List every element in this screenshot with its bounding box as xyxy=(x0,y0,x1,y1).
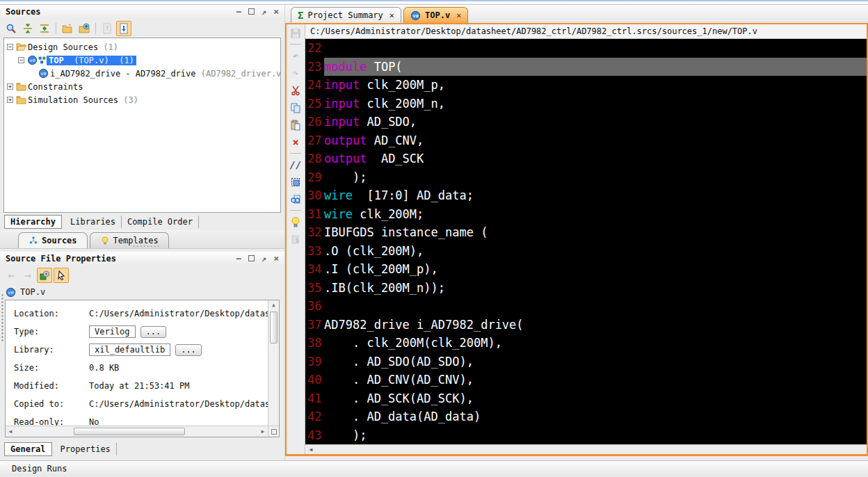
property-label: Location: xyxy=(14,309,89,318)
scroll-left-icon[interactable]: ◀ xyxy=(6,428,15,435)
below-editor-gap xyxy=(285,456,868,460)
properties-horizontal-scrollbar[interactable]: ◀ ▶ xyxy=(6,426,268,437)
editor-tab-project-summary[interactable]: ΣProject Summary✕ xyxy=(291,7,401,23)
tree-item[interactable]: −veTOP (TOP.v) (1) xyxy=(6,54,279,67)
code-text: output AD_CNV, xyxy=(324,131,867,150)
property-value-input[interactable]: xil_defaultlib xyxy=(89,343,170,356)
scrollbar-thumb[interactable] xyxy=(74,428,186,435)
save-button[interactable] xyxy=(288,25,304,41)
scroll-to-selected-button[interactable] xyxy=(116,21,131,36)
tab-label: Hierarchy xyxy=(10,217,56,227)
close-button[interactable]: × xyxy=(273,8,279,16)
expand-all-button[interactable] xyxy=(37,21,52,36)
scroll-right-icon[interactable]: ▶ xyxy=(258,428,268,435)
properties-rows: Location:C:/Users/Administrator/Desktop/… xyxy=(6,302,268,426)
redo-button[interactable]: ↷ xyxy=(288,65,304,81)
block-select-button[interactable] xyxy=(288,174,304,190)
splitter-grip[interactable] xyxy=(132,245,160,248)
maximize-button[interactable] xyxy=(248,254,255,263)
close-button[interactable]: × xyxy=(273,254,279,263)
tab-libraries[interactable]: Libraries xyxy=(65,216,122,228)
undo-button[interactable]: ↶ xyxy=(288,47,304,63)
float-button[interactable]: ↗ xyxy=(262,254,266,263)
collapse-all-button[interactable] xyxy=(20,21,35,36)
forward-arrow-button[interactable]: → xyxy=(20,268,35,283)
code-token: [17:0] AD_data; xyxy=(353,188,474,202)
close-tab-icon[interactable]: ✕ xyxy=(456,10,461,20)
add-sources-button[interactable] xyxy=(77,21,92,36)
toolbar-separator xyxy=(290,44,301,45)
ellipsis-button[interactable]: ... xyxy=(140,326,167,338)
open-folder-button[interactable] xyxy=(60,21,75,36)
sources-toolbar: ? xyxy=(0,19,284,38)
code-editor[interactable]: 2223module TOP(24input clk_200M_p,25inpu… xyxy=(305,39,867,444)
editor-horizontal-scrollbar[interactable]: ◀ xyxy=(305,444,867,454)
editor-tab-top-v[interactable]: veTOP.v✕ xyxy=(403,7,468,23)
folder-icon xyxy=(16,95,26,105)
minimize-button[interactable]: — xyxy=(236,8,241,16)
tree-item[interactable]: +Constraints xyxy=(6,80,279,93)
find-in-file-button[interactable] xyxy=(288,191,304,207)
tree-item-label: Simulation Sources (3) xyxy=(26,95,140,105)
copy-button[interactable] xyxy=(288,99,304,115)
code-text: . AD_CNV(AD_CNV), xyxy=(324,371,867,389)
tree-expander-icon[interactable]: − xyxy=(7,44,13,50)
line-number: 38 xyxy=(305,334,324,353)
code-token: clk_200M_p, xyxy=(360,78,445,92)
close-tab-icon[interactable]: ✕ xyxy=(389,10,394,20)
paste-button[interactable] xyxy=(288,117,304,133)
ellipsis-button[interactable]: ... xyxy=(175,344,202,356)
tab-compile-order[interactable]: Compile Order xyxy=(122,216,199,228)
property-value-input[interactable]: Verilog xyxy=(89,325,136,338)
minimize-button[interactable]: — xyxy=(236,254,241,263)
tree-expander-icon[interactable]: + xyxy=(7,83,13,90)
verilog-file-icon: ve xyxy=(6,287,16,298)
comment-icon: // xyxy=(290,160,302,170)
tab-general[interactable]: General xyxy=(4,442,52,456)
property-row: Size:0.8 KB xyxy=(14,359,268,377)
tree-expander-icon[interactable]: + xyxy=(7,97,13,103)
properties-gear-button[interactable] xyxy=(37,268,52,283)
code-token: ); xyxy=(324,428,367,442)
tab-properties[interactable]: Properties xyxy=(55,443,117,455)
tree-item-label: i_AD7982_drive - AD7982_drive (AD7982_dr… xyxy=(49,69,281,79)
line-number: 24 xyxy=(305,76,324,95)
design-runs-title: Design Runs xyxy=(12,464,67,474)
scroll-left-icon[interactable]: ◀ xyxy=(307,446,315,453)
snippet-button[interactable] xyxy=(288,231,304,247)
line-number: 29 xyxy=(305,168,324,187)
code-token: output xyxy=(324,134,367,147)
back-arrow-button[interactable]: ← xyxy=(3,268,19,283)
scrollbar-corner-button[interactable] xyxy=(268,426,279,437)
tree-expander-icon[interactable]: − xyxy=(18,57,24,63)
delete-button[interactable]: × xyxy=(288,134,304,150)
cut-icon xyxy=(290,85,301,96)
sources-tree[interactable]: −Design Sources (1)−veTOP (TOP.v) (1)vei… xyxy=(3,38,281,213)
tree-item[interactable]: +Simulation Sources (3) xyxy=(6,93,279,106)
code-token: . AD_SCK(AD_SCK), xyxy=(324,391,474,405)
find-in-file-icon xyxy=(290,194,301,205)
comment-button[interactable]: // xyxy=(288,156,304,172)
dock-tab-sources[interactable]: Sources xyxy=(18,232,88,248)
lightbulb-button[interactable] xyxy=(288,213,304,229)
tree-item[interactable]: −Design Sources (1) xyxy=(6,40,279,54)
line-number: 41 xyxy=(305,389,324,408)
search-button[interactable] xyxy=(3,21,19,36)
delete-icon: × xyxy=(292,138,298,147)
tree-item[interactable]: vei_AD7982_drive - AD7982_drive (AD7982_… xyxy=(6,67,279,80)
float-button[interactable]: ↗ xyxy=(262,8,266,16)
tab-hierarchy[interactable]: Hierarchy xyxy=(4,215,62,229)
select-cursor-button[interactable] xyxy=(54,268,69,283)
bulb-small-icon xyxy=(100,236,110,245)
design-runs-panel-header[interactable]: Design Runs xyxy=(0,460,868,476)
code-token: AD_SDO, xyxy=(360,115,417,129)
cut-button[interactable] xyxy=(288,82,304,98)
scrollbar-thumb[interactable] xyxy=(270,312,278,343)
line-number: 30 xyxy=(305,186,324,205)
properties-vertical-scrollbar[interactable]: ▲ xyxy=(268,300,279,426)
scroll-up-icon[interactable]: ▲ xyxy=(268,300,279,310)
maximize-button[interactable] xyxy=(248,8,255,16)
code-token: wire xyxy=(324,188,353,202)
help-doc-button[interactable]: ? xyxy=(99,21,115,36)
dock-edge-grip[interactable] xyxy=(1,293,4,342)
